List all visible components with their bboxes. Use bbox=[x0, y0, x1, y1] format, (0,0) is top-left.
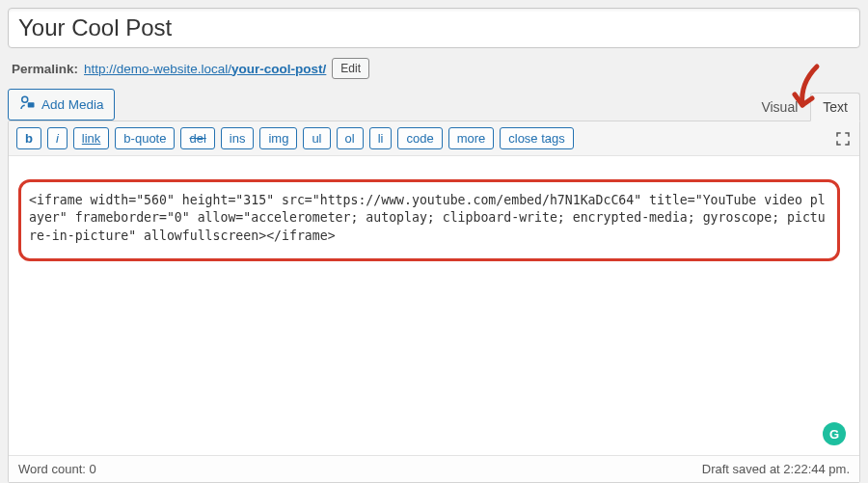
editor-textarea[interactable]: <iframe width="560" height="315" src="ht… bbox=[9, 156, 859, 455]
qt-bquote-button[interactable]: b-quote bbox=[115, 127, 175, 149]
fullscreen-icon[interactable] bbox=[834, 130, 852, 148]
qt-close-tags-button[interactable]: close tags bbox=[500, 127, 574, 149]
quicktags-toolbar: b i link b-quote del ins img ul ol li co… bbox=[9, 121, 859, 156]
add-media-label: Add Media bbox=[41, 97, 104, 112]
qt-ins-button[interactable]: ins bbox=[221, 127, 255, 149]
status-bar: Word count: 0 Draft saved at 2:22:44 pm. bbox=[9, 455, 859, 482]
qt-bold-button[interactable]: b bbox=[16, 127, 41, 149]
grammarly-icon[interactable]: G bbox=[823, 422, 846, 445]
edit-permalink-button[interactable]: Edit bbox=[332, 58, 369, 79]
editor-container: b i link b-quote del ins img ul ol li co… bbox=[8, 121, 860, 483]
qt-img-button[interactable]: img bbox=[259, 127, 297, 149]
autosave-status: Draft saved at 2:22:44 pm. bbox=[702, 462, 850, 476]
editor-content-highlight: <iframe width="560" height="315" src="ht… bbox=[18, 179, 840, 261]
svg-rect-1 bbox=[28, 102, 35, 107]
permalink-label: Permalink: bbox=[12, 62, 78, 76]
svg-point-0 bbox=[22, 96, 28, 102]
qt-more-button[interactable]: more bbox=[448, 127, 495, 149]
qt-ul-button[interactable]: ul bbox=[303, 127, 330, 149]
qt-link-button[interactable]: link bbox=[73, 127, 110, 149]
media-icon bbox=[18, 94, 36, 115]
qt-italic-button[interactable]: i bbox=[47, 127, 68, 149]
qt-ol-button[interactable]: ol bbox=[337, 127, 364, 149]
permalink-base: http://demo-website.local/ bbox=[84, 62, 231, 76]
permalink-link[interactable]: http://demo-website.local/your-cool-post… bbox=[84, 62, 326, 76]
tab-text[interactable]: Text bbox=[810, 93, 860, 121]
editor-tabs: Visual Text bbox=[748, 92, 860, 121]
tab-visual[interactable]: Visual bbox=[748, 93, 810, 121]
add-media-button[interactable]: Add Media bbox=[8, 89, 115, 121]
word-count: Word count: 0 bbox=[18, 462, 96, 476]
qt-code-button[interactable]: code bbox=[397, 127, 442, 149]
qt-li-button[interactable]: li bbox=[369, 127, 393, 149]
permalink-slug: your-cool-post/ bbox=[231, 62, 326, 76]
post-title-input[interactable] bbox=[8, 8, 860, 48]
qt-del-button[interactable]: del bbox=[180, 127, 214, 149]
permalink-row: Permalink: http://demo-website.local/you… bbox=[8, 48, 860, 89]
